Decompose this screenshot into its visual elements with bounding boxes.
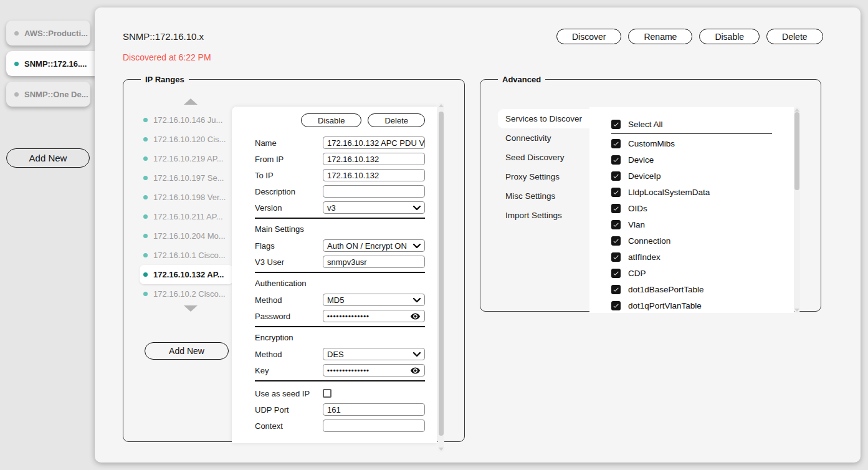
checkbox-checked[interactable] <box>611 204 621 213</box>
ip-range-item[interactable]: 172.16.10.146 Ju... <box>140 110 233 130</box>
checkbox-checked[interactable] <box>611 220 621 229</box>
checkbox-checked[interactable] <box>611 139 621 148</box>
form-row: Description <box>255 185 425 198</box>
ip-range-item[interactable]: 172.16.10.197 Se... <box>140 168 233 188</box>
range-disable-button[interactable]: Disable <box>301 113 361 127</box>
service-item[interactable]: Connection <box>611 233 794 249</box>
add-new-collection-button[interactable]: Add New <box>6 148 90 168</box>
field-description-input[interactable] <box>323 185 425 198</box>
service-select-all[interactable]: Select All <box>611 116 794 132</box>
field-flags-select[interactable]: Auth ON / Encrypt ON <box>323 239 425 252</box>
form-row: Name172.16.10.132 APC PDU V <box>255 137 425 149</box>
range-delete-button[interactable]: Delete <box>368 113 425 127</box>
checkbox-checked[interactable] <box>611 269 621 278</box>
checkbox-checked[interactable] <box>611 301 621 310</box>
field-from-ip-input[interactable]: 172.16.10.132 <box>323 153 425 165</box>
service-item[interactable]: Device <box>611 151 794 168</box>
field-label: Key <box>255 366 323 375</box>
sidebar-tab-3[interactable]: SNMP::One De... <box>6 82 90 107</box>
sidebar-tab-label: AWS::Producti... <box>24 29 88 38</box>
field-v3-user-input[interactable]: snmpv3usr <box>323 256 425 268</box>
sidebar-tab-2[interactable]: SNMP::172.16.... <box>6 51 96 76</box>
status-dot-icon <box>143 176 148 180</box>
advanced-menu-connectivity[interactable]: Connectivity <box>498 128 589 148</box>
service-item[interactable]: CustomMibs <box>611 135 794 151</box>
show-password-eye-icon[interactable] <box>410 365 421 376</box>
field-label: Method <box>255 350 323 359</box>
advanced-menu-misc-settings[interactable]: Misc Settings <box>498 186 589 206</box>
checkbox-checked[interactable] <box>611 155 621 165</box>
checkbox-checked[interactable] <box>611 188 621 197</box>
checkbox-checked[interactable] <box>611 285 621 294</box>
advanced-menu-seed-discovery[interactable]: Seed Discovery <box>498 148 589 167</box>
header-action-discover-button[interactable]: Discover <box>556 29 621 44</box>
advanced-menu-services-to-discover[interactable]: Services to Discover <box>498 109 589 128</box>
checkbox-checked[interactable] <box>611 171 621 181</box>
ip-range-item[interactable]: 172.16.10.198 Ver... <box>140 188 233 207</box>
ip-range-list: 172.16.10.146 Ju...172.16.10.120 Cis...1… <box>140 110 233 304</box>
add-new-range-button[interactable]: Add New <box>145 342 229 360</box>
services-scrollbar[interactable] <box>794 107 800 313</box>
check-icon <box>613 205 619 212</box>
field-udp-port-input[interactable]: 161 <box>323 403 425 416</box>
advanced-menu-import-settings[interactable]: Import Settings <box>498 206 589 225</box>
advanced-menu-proxy-settings[interactable]: Proxy Settings <box>498 167 589 186</box>
ip-range-item[interactable]: 172.16.10.219 AP... <box>140 149 233 168</box>
header-action-rename-button[interactable]: Rename <box>628 29 692 44</box>
scroll-down-icon[interactable] <box>439 448 444 451</box>
header-action-delete-button[interactable]: Delete <box>766 29 823 44</box>
scroll-down-icon[interactable] <box>794 309 799 312</box>
range-form-scrollbar[interactable] <box>438 103 444 452</box>
status-dot-icon <box>143 137 148 141</box>
check-icon <box>613 302 619 309</box>
form-row: From IP172.16.10.132 <box>255 153 425 165</box>
service-item[interactable]: atIfIndex <box>611 249 794 265</box>
ip-range-item[interactable]: 172.16.10.211 AP... <box>140 207 233 226</box>
service-item[interactable]: LldpLocalSystemData <box>611 184 794 200</box>
scroll-up-icon[interactable] <box>794 108 799 112</box>
header-action-disable-button[interactable]: Disable <box>699 29 760 44</box>
scrollbar-thumb[interactable] <box>794 112 799 190</box>
field-password-input[interactable]: •••••••••••••• <box>323 310 425 322</box>
service-item[interactable]: Vlan <box>611 216 794 233</box>
service-item[interactable]: dot1qPortVlanTable <box>611 297 794 313</box>
ip-list-scroll-up-icon[interactable] <box>184 98 198 105</box>
service-item[interactable]: dot1dBasePortTable <box>611 281 794 297</box>
ip-ranges-fieldset: IP Ranges 172.16.10.146 Ju...172.16.10.1… <box>123 75 465 442</box>
ip-range-item[interactable]: 172.16.10.204 Mo... <box>140 226 233 246</box>
service-item[interactable]: OIDs <box>611 200 794 216</box>
field-label: Version <box>255 203 323 213</box>
ip-range-item[interactable]: 172.16.10.1 Cisco... <box>140 246 233 265</box>
field-key-input[interactable]: •••••••••••••• <box>323 364 425 376</box>
service-item[interactable]: DeviceIp <box>611 168 794 184</box>
form-row: Key•••••••••••••• <box>255 364 425 376</box>
field-context-input[interactable] <box>323 420 425 432</box>
checkbox-checked[interactable] <box>611 236 621 246</box>
checkbox-checked[interactable] <box>611 252 621 262</box>
scroll-up-icon[interactable] <box>439 104 444 107</box>
ip-range-item[interactable]: 172.16.10.2 Cisco... <box>140 284 233 304</box>
sidebar-tab-1[interactable]: AWS::Producti... <box>6 21 90 46</box>
status-dot-icon <box>143 118 148 122</box>
ip-list-scroll-down-icon[interactable] <box>184 305 198 312</box>
advanced-menu: Services to DiscoverConnectivitySeed Dis… <box>498 109 589 225</box>
form-row: Password•••••••••••••• <box>255 310 425 322</box>
field-method-select[interactable]: MD5 <box>323 294 425 306</box>
form-section: AuthenticationMethodMD5Password•••••••••… <box>255 272 425 322</box>
ip-range-label: 172.16.10.204 Mo... <box>153 231 226 241</box>
show-password-eye-icon[interactable] <box>410 311 421 322</box>
field-version-select[interactable]: v3 <box>323 201 425 214</box>
field-use-as-seed-ip-checkbox[interactable] <box>323 389 331 398</box>
scrollbar-thumb[interactable] <box>439 112 444 436</box>
ip-range-item[interactable]: 172.16.10.132 AP... <box>140 265 233 284</box>
checkbox-checked[interactable] <box>611 120 621 129</box>
field-to-ip-input[interactable]: 172.16.10.132 <box>323 169 425 181</box>
select-value: v3 <box>327 203 336 213</box>
service-item[interactable]: CDP <box>611 265 794 281</box>
ip-range-label: 172.16.10.1 Cisco... <box>153 251 226 260</box>
form-section-title: Authentication <box>255 279 425 288</box>
ip-range-item[interactable]: 172.16.10.120 Cis... <box>140 130 233 149</box>
field-method-select[interactable]: DES <box>323 348 425 360</box>
field-name-input[interactable]: 172.16.10.132 APC PDU V <box>323 137 425 149</box>
sidebar-tab-label: SNMP::172.16.... <box>24 59 87 69</box>
